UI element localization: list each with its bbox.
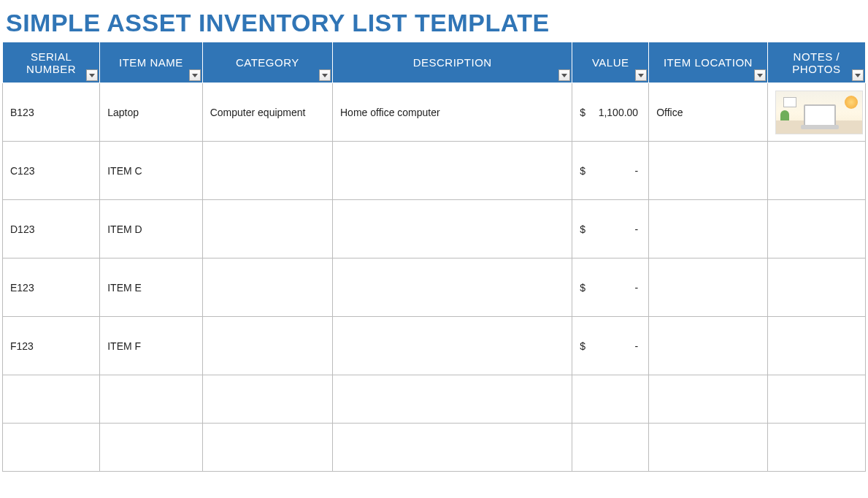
table-header-row: SERIAL NUMBERITEM NAMECATEGORYDESCRIPTIO… — [3, 42, 866, 83]
cell-location[interactable] — [649, 142, 768, 200]
cell-name[interactable]: ITEM D — [100, 200, 203, 258]
cell-desc[interactable]: Home office computer — [333, 83, 572, 142]
filter-button-notes[interactable] — [852, 69, 864, 81]
cell-value[interactable]: $1,100.00 — [572, 83, 649, 142]
cell-desc[interactable] — [333, 142, 572, 200]
svg-marker-2 — [322, 74, 328, 77]
cell-category[interactable] — [202, 424, 332, 472]
column-header-name[interactable]: ITEM NAME — [100, 42, 203, 83]
table-row: C123ITEM C$- — [3, 142, 866, 200]
cell-location[interactable] — [649, 200, 768, 258]
cell-text: F123 — [10, 340, 34, 352]
cell-serial[interactable] — [3, 375, 100, 424]
cell-notes[interactable] — [767, 200, 865, 258]
filter-button-value[interactable] — [635, 69, 647, 81]
cell-category[interactable] — [202, 317, 332, 375]
page-title: SIMPLE ASSET INVENTORY LIST TEMPLATE — [0, 0, 868, 42]
chevron-down-icon — [561, 74, 567, 77]
cell-value[interactable]: $- — [572, 258, 649, 317]
svg-marker-4 — [638, 74, 644, 77]
column-header-location[interactable]: ITEM LOCATION — [649, 42, 768, 83]
cell-category[interactable] — [202, 375, 332, 424]
cell-name[interactable]: ITEM E — [100, 258, 203, 317]
filter-button-desc[interactable] — [558, 69, 570, 81]
column-header-label: CATEGORY — [236, 56, 299, 69]
svg-marker-0 — [89, 74, 95, 77]
value-amount: - — [634, 282, 638, 294]
cell-serial[interactable]: E123 — [3, 258, 100, 317]
cell-serial[interactable]: F123 — [3, 317, 100, 375]
value-amount: 1,100.00 — [599, 107, 639, 118]
column-header-label: DESCRIPTION — [413, 56, 492, 69]
cell-location[interactable] — [649, 317, 768, 375]
cell-value[interactable]: $- — [572, 142, 649, 200]
cell-name[interactable] — [100, 424, 203, 472]
currency-symbol: $ — [580, 340, 585, 352]
cell-text: D123 — [10, 223, 34, 235]
column-header-label: ITEM LOCATION — [664, 56, 753, 69]
cell-location[interactable]: Office — [649, 83, 768, 142]
cell-name[interactable]: Laptop — [100, 83, 203, 142]
cell-serial[interactable]: B123 — [3, 83, 100, 142]
cell-name[interactable]: ITEM F — [100, 317, 203, 375]
filter-button-category[interactable] — [319, 69, 331, 81]
svg-marker-3 — [561, 74, 567, 77]
column-header-category[interactable]: CATEGORY — [202, 42, 332, 83]
filter-button-location[interactable] — [754, 69, 766, 81]
cell-location[interactable] — [649, 424, 768, 472]
cell-category[interactable]: Computer equipment — [202, 83, 332, 142]
cell-notes[interactable] — [767, 424, 865, 472]
svg-marker-6 — [855, 74, 861, 77]
cell-category[interactable] — [202, 258, 332, 317]
currency-symbol: $ — [580, 282, 585, 294]
table-row — [3, 375, 866, 424]
cell-location[interactable] — [649, 258, 768, 317]
table-row: D123ITEM D$- — [3, 200, 866, 258]
filter-button-serial[interactable] — [86, 69, 98, 81]
cell-location[interactable] — [649, 375, 768, 424]
cell-text: ITEM E — [107, 282, 142, 294]
cell-serial[interactable]: C123 — [3, 142, 100, 200]
cell-name[interactable]: ITEM C — [100, 142, 203, 200]
cell-category[interactable] — [202, 142, 332, 200]
currency-symbol: $ — [580, 165, 585, 177]
chevron-down-icon — [89, 74, 95, 77]
cell-value[interactable] — [572, 375, 649, 424]
column-header-label: VALUE — [592, 56, 629, 69]
cell-notes[interactable] — [767, 142, 865, 200]
cell-notes[interactable] — [767, 83, 865, 142]
column-header-notes[interactable]: NOTES / PHOTOS — [767, 42, 865, 83]
svg-marker-5 — [757, 74, 763, 77]
cell-name[interactable] — [100, 375, 203, 424]
value-amount: - — [634, 165, 638, 177]
column-header-value[interactable]: VALUE — [572, 42, 649, 83]
inventory-table: SERIAL NUMBERITEM NAMECATEGORYDESCRIPTIO… — [2, 42, 866, 472]
cell-desc[interactable] — [333, 317, 572, 375]
currency-symbol: $ — [580, 223, 585, 235]
cell-desc[interactable] — [333, 375, 572, 424]
cell-notes[interactable] — [767, 375, 865, 424]
laptop-desk-photo[interactable] — [775, 91, 863, 134]
cell-desc[interactable] — [333, 258, 572, 317]
column-header-desc[interactable]: DESCRIPTION — [333, 42, 572, 83]
cell-notes[interactable] — [767, 258, 865, 317]
cell-text: ITEM D — [107, 223, 142, 235]
cell-category[interactable] — [202, 200, 332, 258]
cell-desc[interactable] — [333, 200, 572, 258]
column-header-serial[interactable]: SERIAL NUMBER — [3, 42, 100, 83]
cell-text: Office — [656, 107, 683, 118]
cell-text: Computer equipment — [210, 107, 306, 118]
chevron-down-icon — [192, 74, 198, 77]
chevron-down-icon — [322, 74, 328, 77]
cell-value[interactable]: $- — [572, 317, 649, 375]
cell-serial[interactable]: D123 — [3, 200, 100, 258]
currency-symbol: $ — [580, 107, 585, 118]
cell-serial[interactable] — [3, 424, 100, 472]
filter-button-name[interactable] — [189, 69, 201, 81]
cell-desc[interactable] — [333, 424, 572, 472]
cell-text: ITEM C — [107, 165, 142, 177]
cell-notes[interactable] — [767, 317, 865, 375]
cell-text: Home office computer — [340, 107, 440, 118]
cell-value[interactable]: $- — [572, 200, 649, 258]
cell-value[interactable] — [572, 424, 649, 472]
